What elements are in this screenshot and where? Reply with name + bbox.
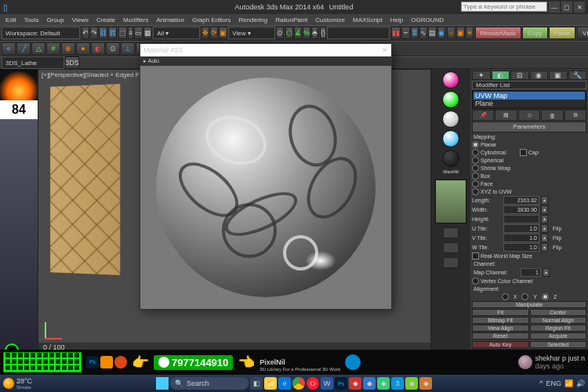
utile-input[interactable] [503,224,539,233]
menu-views[interactable]: Views [68,16,93,24]
normalalign-button[interactable]: Normal Align [530,317,587,324]
modifier-plane[interactable]: Plane [474,100,585,107]
minimize-button[interactable]: — [549,2,560,13]
menu-edit[interactable]: Edit [2,16,20,24]
taskbar-ps-icon[interactable]: Ps [335,377,347,390]
vtile-spinner[interactable]: ▴ [541,234,548,242]
fit-button[interactable]: Fit [472,309,529,316]
width-spinner[interactable]: ▴ [541,205,548,214]
render-setup-button[interactable]: ☼ [447,27,455,39]
undo-button[interactable]: ↶ [82,27,89,39]
acquire-button[interactable]: Acquire [530,332,587,339]
autokey-button[interactable]: Auto Key [472,341,529,348]
workspace-dropdown[interactable]: Workspace: Default [2,27,80,39]
menu-customize[interactable]: Customize [311,16,349,24]
select-region-button[interactable]: ▭ [134,27,143,39]
radio-xyz[interactable] [472,188,479,195]
wtile-input[interactable] [503,243,539,252]
reset-button[interactable]: Reset [472,332,529,339]
vtile-input[interactable] [503,234,539,242]
modifier-stack[interactable]: UVW Map Plane [472,90,586,109]
stack-remove-button[interactable]: 🗑 [541,110,563,121]
curve-editor-button[interactable]: ∿ [419,27,427,39]
parameters-rollout[interactable]: Parameters [472,122,586,132]
menu-animation[interactable]: Animation [152,16,188,24]
tab-create[interactable]: ✦ [472,71,491,80]
taskbar-word-icon[interactable]: W [321,377,333,390]
menu-graph-editors[interactable]: Graph Editors [188,16,234,24]
taskbar-app2-icon[interactable]: ◆ [363,377,376,390]
regionfit-button[interactable]: Region Fit [530,325,587,332]
material-preview-window[interactable]: Material #23 ✕ ▸ Auto [140,43,392,310]
menu-oground[interactable]: OGROUND [407,16,448,24]
taskbar-opera-icon[interactable]: O [307,377,319,390]
named-sets-button[interactable]: {} [320,27,326,39]
snap-perp-icon[interactable]: ⊥ [121,42,135,55]
taskbar-explorer-icon[interactable]: 📁 [264,377,277,390]
snap-edge-icon[interactable]: ╱ [16,42,31,55]
bitmapfit-button[interactable]: Bitmap Fit [472,317,529,324]
radio-shrinkwrap[interactable] [472,165,479,172]
stack-unique-button[interactable]: ◇ [518,110,540,121]
snap-toggle-button[interactable]: ⬡ [285,27,293,39]
link-button[interactable]: ⛓ [99,27,107,39]
stack-pin-button[interactable]: 📌 [472,110,494,121]
selected-button[interactable]: Selected [530,341,587,348]
taskbar-app3-icon[interactable]: ◆ [377,377,390,390]
selection-filter-dropdown[interactable]: All ▾ [153,27,200,39]
wtile-spinner[interactable]: ▴ [541,243,548,252]
utile-spinner[interactable]: ▴ [541,224,548,233]
select-name-button[interactable]: ≡ [128,27,133,39]
modifier-list-dropdown[interactable]: Modifier List [472,81,586,89]
maximize-button[interactable]: ▢ [561,2,572,13]
taskbar-3dsmax-icon[interactable]: 3 [391,377,404,390]
pivot-button[interactable]: ⊙ [276,27,284,39]
close-button[interactable]: ✕ [574,2,585,13]
radio-spherical[interactable] [472,157,479,164]
render-frame-button[interactable]: ▣ [456,27,465,39]
radio-cylindrical[interactable] [472,149,479,156]
menu-modifiers[interactable]: Modifiers [119,16,152,24]
viewalign-button[interactable]: View Align [472,325,529,332]
radio-planar[interactable] [472,141,479,148]
mat-tool-1[interactable] [443,227,459,238]
tab-display[interactable]: ▣ [549,71,568,80]
rendermask-button[interactable]: RenderMask [475,27,521,39]
radio-face[interactable] [472,180,479,187]
matwin-close-icon[interactable]: ✕ [382,46,388,54]
material-slot-1[interactable] [442,71,459,89]
viewport-label[interactable]: [+][Perspective][Shaded + Edged Faces] [42,71,154,78]
spinner-snap-button[interactable]: ⬘ [311,27,318,39]
tab-motion[interactable]: ◉ [530,71,549,80]
material-auto-label[interactable]: ▸ Auto [140,56,391,66]
tray-volume-icon[interactable]: 🔊 [576,379,585,387]
taskbar-app5-icon[interactable]: ◆ [419,377,432,390]
align-button[interactable]: ⫟ [401,27,410,39]
height-input[interactable] [503,215,539,223]
weather-widget[interactable]: 28°CSmoke [3,377,32,390]
taskbar-app4-icon[interactable]: ◆ [405,377,418,390]
taskbar-edge-icon[interactable]: e [278,377,291,390]
align-z-radio[interactable] [542,293,549,300]
script-dropdown[interactable]: 3DS_Lathe [2,56,64,69]
align-x-radio[interactable] [502,293,509,300]
radio-vertexcolor[interactable] [472,278,479,285]
help-search-input[interactable] [461,2,547,12]
material-slot-4[interactable] [442,130,459,147]
stack-config-button[interactable]: ⚙ [564,110,586,121]
paste-button[interactable]: Paste [549,27,575,39]
snap-face-icon[interactable]: △ [31,42,45,55]
taskbar-search[interactable]: 🔍Search [170,377,249,390]
menu-create[interactable]: Create [93,16,119,24]
rotate-button[interactable]: ⟳ [210,27,218,39]
tab-hierarchy[interactable]: ⊟ [510,71,529,80]
snap-vertex-icon[interactable]: ⋄ [2,42,16,55]
mat-tool-2[interactable] [443,242,459,253]
snap-grid-icon[interactable]: # [46,42,60,55]
angle-snap-button[interactable]: ∡ [294,27,302,39]
taskbar-chrome-icon[interactable] [292,377,305,390]
vray-fb-button[interactable]: VRFB [577,27,588,39]
material-slot-5[interactable] [442,150,459,167]
snap-center-icon[interactable]: ⊙ [106,42,120,55]
named-sets-dropdown[interactable] [327,27,390,39]
